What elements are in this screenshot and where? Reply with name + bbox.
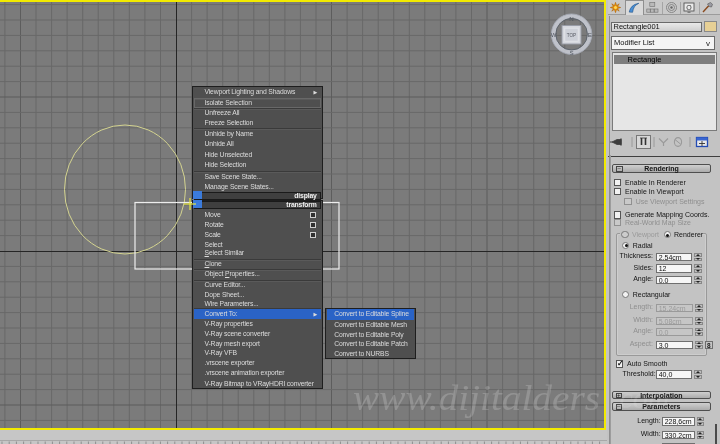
svg-text:O: O: [686, 4, 692, 11]
svg-text:www.dijitalders: www.dijitalders: [353, 378, 600, 418]
svg-text:W: W: [551, 31, 557, 38]
svg-text:S: S: [569, 49, 573, 56]
svg-text:TOP: TOP: [567, 33, 576, 38]
svg-text:N: N: [569, 15, 573, 22]
svg-text:E: E: [588, 31, 592, 38]
